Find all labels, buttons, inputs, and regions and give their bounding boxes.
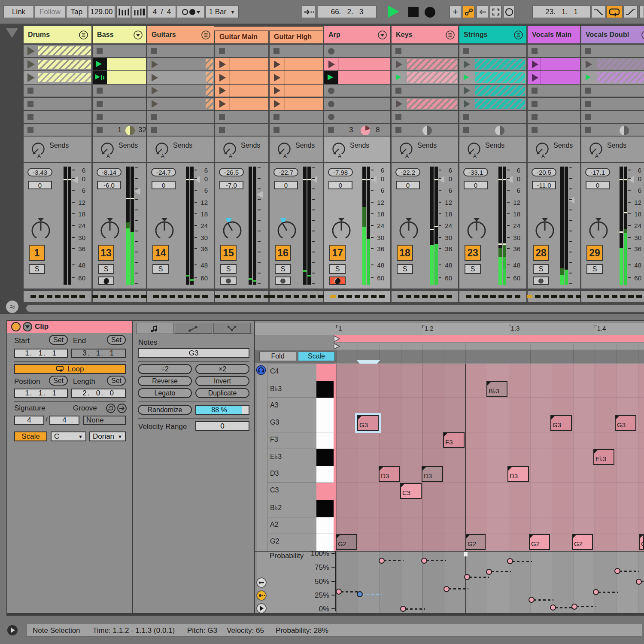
svg-text:A: A <box>405 153 409 159</box>
svg-text:A: A <box>595 153 599 159</box>
svg-text:A: A <box>283 153 287 159</box>
svg-text:A: A <box>161 153 165 159</box>
svg-text:A: A <box>37 153 41 159</box>
svg-text:A: A <box>229 153 233 159</box>
svg-text:A: A <box>541 153 545 159</box>
svg-text:A: A <box>106 153 110 159</box>
svg-text:A: A <box>338 153 342 159</box>
svg-text:A: A <box>473 153 477 159</box>
